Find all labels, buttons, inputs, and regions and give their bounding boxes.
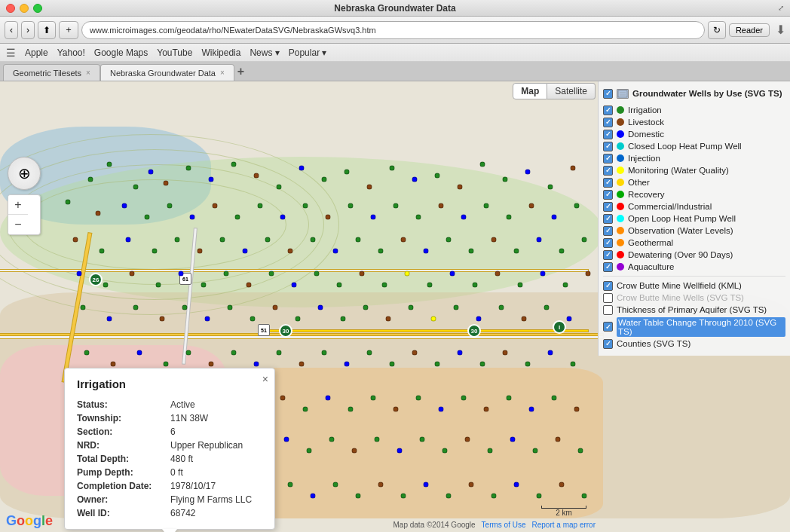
zoom-out-button[interactable]: − xyxy=(8,215,28,234)
well-dot[interactable] xyxy=(356,494,361,499)
well-dot[interactable] xyxy=(314,271,320,277)
legend-item-checkbox[interactable] xyxy=(603,250,613,260)
well-dot[interactable] xyxy=(318,305,323,310)
well-dot[interactable] xyxy=(390,362,395,367)
well-dot[interactable] xyxy=(224,271,229,277)
well-dot[interactable] xyxy=(205,316,210,322)
well-dot[interactable] xyxy=(152,249,158,254)
legend-layer-checkbox[interactable] xyxy=(603,293,613,303)
well-dot[interactable] xyxy=(371,396,376,401)
well-dot[interactable] xyxy=(122,203,127,209)
well-dot[interactable] xyxy=(265,237,271,243)
legend-item-checkbox[interactable] xyxy=(603,202,613,212)
well-dot[interactable] xyxy=(246,283,252,288)
well-dot[interactable] xyxy=(405,271,410,277)
well-dot[interactable] xyxy=(322,177,327,182)
well-dot[interactable] xyxy=(186,350,191,356)
maximize-button[interactable] xyxy=(33,4,42,13)
well-dot[interactable] xyxy=(424,482,429,488)
well-dot[interactable] xyxy=(458,350,463,356)
well-dot[interactable] xyxy=(416,396,421,401)
well-dot[interactable] xyxy=(488,448,493,454)
well-dot[interactable] xyxy=(514,482,519,488)
well-dot[interactable] xyxy=(156,283,161,288)
well-dot[interactable] xyxy=(235,215,240,220)
well-dot[interactable] xyxy=(386,316,391,322)
well-dot[interactable] xyxy=(469,249,474,254)
well-dot[interactable] xyxy=(220,237,225,243)
legend-item-checkbox[interactable] xyxy=(603,166,613,176)
well-dot[interactable] xyxy=(548,350,553,356)
well-dot[interactable] xyxy=(522,316,527,322)
well-dot[interactable] xyxy=(420,437,425,442)
legend-item-checkbox[interactable] xyxy=(603,130,613,139)
well-dot[interactable] xyxy=(363,305,369,310)
legend-layer-checkbox[interactable] xyxy=(603,281,613,291)
well-dot[interactable] xyxy=(480,162,485,167)
well-dot[interactable] xyxy=(567,316,572,322)
well-dot[interactable] xyxy=(559,482,565,488)
well-dot[interactable] xyxy=(303,407,308,412)
well-dot[interactable] xyxy=(280,396,286,401)
legend-item-checkbox[interactable] xyxy=(603,190,613,200)
popup-close-button[interactable]: × xyxy=(262,373,268,385)
download-button[interactable]: ⬇ xyxy=(776,23,785,37)
well-dot[interactable] xyxy=(344,362,350,367)
well-dot[interactable] xyxy=(446,494,452,499)
tab-nebraska-close[interactable]: × xyxy=(220,69,225,77)
well-dot[interactable] xyxy=(484,407,489,412)
well-dot[interactable] xyxy=(100,249,105,254)
well-dot[interactable] xyxy=(254,362,259,367)
well-dot[interactable] xyxy=(337,283,342,288)
well-dot[interactable] xyxy=(269,271,274,277)
well-dot[interactable] xyxy=(393,203,399,209)
well-dot[interactable] xyxy=(307,448,312,454)
well-dot[interactable] xyxy=(111,362,116,367)
well-dot[interactable] xyxy=(356,237,361,243)
well-dot[interactable] xyxy=(231,350,237,356)
well-dot[interactable] xyxy=(552,396,557,401)
legend-group-checkbox[interactable] xyxy=(603,89,613,99)
well-dot[interactable] xyxy=(295,316,301,322)
terms-link[interactable]: Terms of Use xyxy=(482,521,526,529)
bookmark-google-maps[interactable]: Google Maps xyxy=(91,47,151,58)
well-dot[interactable] xyxy=(73,237,78,243)
bookmark-apple[interactable]: Apple xyxy=(22,47,51,58)
well-dot[interactable] xyxy=(299,362,305,367)
well-dot[interactable] xyxy=(190,215,195,220)
well-dot[interactable] xyxy=(476,316,482,322)
well-dot[interactable] xyxy=(578,448,583,454)
well-dot[interactable] xyxy=(164,181,169,186)
well-dot[interactable] xyxy=(556,437,561,442)
well-dot[interactable] xyxy=(326,215,331,220)
well-dot[interactable] xyxy=(480,362,485,367)
well-dot[interactable] xyxy=(446,237,452,243)
well-dot[interactable] xyxy=(378,482,384,488)
bookmark-youtube[interactable]: YouTube xyxy=(154,47,195,58)
well-dot[interactable] xyxy=(130,271,135,277)
bookmark-popular[interactable]: Popular ▾ xyxy=(286,47,330,58)
well-dot[interactable] xyxy=(439,203,444,209)
well-dot[interactable] xyxy=(529,203,534,209)
compass[interactable]: ⊕ xyxy=(8,157,41,190)
well-dot[interactable] xyxy=(544,305,550,310)
well-dot[interactable] xyxy=(277,350,282,356)
well-dot[interactable] xyxy=(133,305,139,310)
well-dot[interactable] xyxy=(250,316,256,322)
well-dot[interactable] xyxy=(586,271,591,277)
well-dot[interactable] xyxy=(375,437,380,442)
well-dot[interactable] xyxy=(160,316,165,322)
well-dot[interactable] xyxy=(288,249,293,254)
well-dot[interactable] xyxy=(412,350,418,356)
map-type-map[interactable]: Map xyxy=(513,83,547,99)
well-dot[interactable] xyxy=(333,249,338,254)
well-dot[interactable] xyxy=(465,437,470,442)
tab-geometric[interactable]: Geometric Tilesets × xyxy=(3,64,100,81)
well-dot[interactable] xyxy=(280,215,286,220)
well-dot[interactable] xyxy=(529,407,534,412)
well-dot[interactable] xyxy=(88,177,93,182)
close-button[interactable] xyxy=(6,4,15,13)
well-dot[interactable] xyxy=(514,249,519,254)
well-dot[interactable] xyxy=(401,494,406,499)
well-dot[interactable] xyxy=(273,305,278,310)
